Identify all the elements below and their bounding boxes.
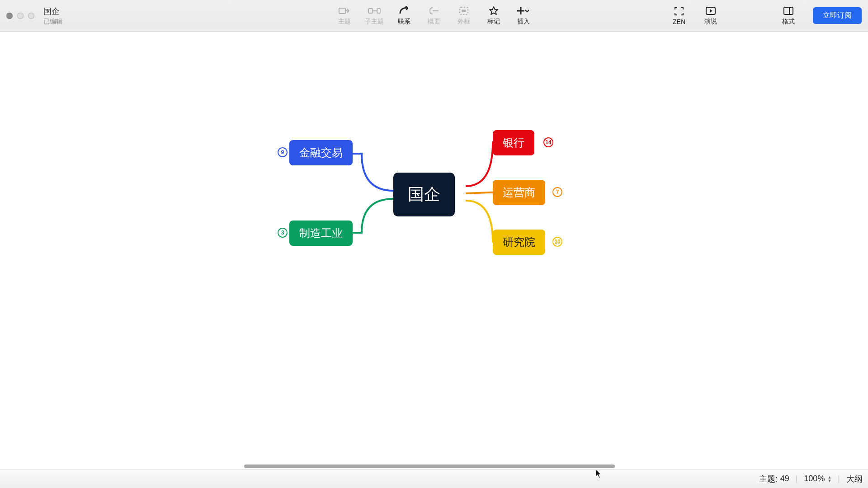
svg-rect-4 — [462, 10, 466, 12]
node-label: 银行 — [503, 136, 524, 149]
titlebar: 国企 已编辑 主题 子主题 联系 概要 — [0, 0, 868, 32]
plus-icon — [517, 6, 530, 16]
toolbar-center: 主题 子主题 联系 概要 外框 — [334, 6, 534, 26]
topic-icon — [339, 6, 350, 16]
zoom-stepper-icon[interactable]: ▲▼ — [827, 475, 831, 483]
node-center[interactable]: 国企 — [393, 173, 455, 216]
svg-rect-1 — [368, 9, 373, 13]
horizontal-scrollbar[interactable] — [0, 464, 868, 469]
subtopic-label: 子主题 — [365, 18, 384, 26]
badge-left-0[interactable]: 9 — [278, 147, 288, 157]
badge-left-1[interactable]: 3 — [278, 228, 288, 238]
document-title: 国企 — [43, 6, 62, 17]
badge-right-0[interactable]: 14 — [543, 137, 553, 147]
summary-icon — [429, 6, 439, 16]
status-topic-label: 主题: — [759, 474, 778, 484]
node-center-label: 国企 — [408, 185, 440, 203]
node-right-0[interactable]: 银行 — [493, 130, 534, 155]
boundary-icon — [459, 6, 469, 16]
minimize-icon[interactable] — [17, 13, 24, 19]
insert-button[interactable]: 插入 — [513, 6, 534, 26]
toolbar-right: ZEN 演说 格式 立即订阅 — [668, 6, 862, 26]
topic-label: 主题 — [338, 18, 351, 26]
format-label: 格式 — [782, 18, 795, 26]
node-label: 运营商 — [503, 186, 535, 198]
node-label: 金融交易 — [299, 146, 343, 159]
canvas[interactable]: 国企 金融交易 9 制造工业 3 银行 14 运营商 7 研究院 10 — [0, 32, 868, 469]
boundary-button[interactable]: 外框 — [453, 6, 475, 26]
window-controls[interactable] — [6, 13, 34, 19]
statusbar: 主题: 49 | 100% ▲▼ | 大纲 — [0, 469, 868, 488]
play-icon — [705, 6, 716, 16]
relationship-button[interactable]: 联系 — [393, 6, 415, 26]
node-right-2[interactable]: 研究院 — [493, 230, 545, 255]
node-left-0[interactable]: 金融交易 — [289, 140, 353, 165]
badge-right-1[interactable]: 7 — [552, 187, 562, 197]
relationship-icon — [399, 6, 410, 16]
marker-label: 标记 — [487, 18, 500, 26]
zen-label: ZEN — [673, 18, 685, 25]
mindmap: 国企 金融交易 9 制造工业 3 银行 14 运营商 7 研究院 10 — [280, 122, 588, 276]
present-label: 演说 — [704, 18, 717, 26]
scrollbar-thumb[interactable] — [244, 465, 615, 468]
summary-button[interactable]: 概要 — [423, 6, 445, 26]
badge-right-2[interactable]: 10 — [552, 237, 562, 247]
subscribe-button[interactable]: 立即订阅 — [813, 7, 862, 24]
node-left-1[interactable]: 制造工业 — [289, 221, 353, 246]
subtopic-button[interactable]: 子主题 — [363, 6, 385, 26]
outline-button[interactable]: 大纲 — [846, 474, 863, 484]
node-label: 研究院 — [503, 236, 535, 248]
boundary-label: 外框 — [458, 18, 470, 26]
marker-button[interactable]: 标记 — [483, 6, 505, 26]
star-icon — [489, 6, 499, 16]
format-button[interactable]: 格式 — [778, 6, 799, 26]
zoom-control[interactable]: 100% ▲▼ — [804, 474, 831, 483]
document-title-block: 国企 已编辑 — [43, 6, 62, 26]
separator: | — [838, 474, 840, 483]
status-topic-count: 49 — [780, 474, 789, 483]
node-right-1[interactable]: 运营商 — [493, 180, 545, 205]
svg-rect-6 — [784, 7, 793, 14]
present-button[interactable]: 演说 — [700, 6, 722, 26]
svg-rect-0 — [339, 8, 345, 14]
summary-label: 概要 — [428, 18, 440, 26]
subtopic-icon — [368, 6, 381, 16]
svg-rect-2 — [377, 9, 380, 13]
zoom-value: 100% — [804, 474, 825, 483]
maximize-icon[interactable] — [28, 13, 34, 19]
node-label: 制造工业 — [299, 227, 343, 239]
fullscreen-icon — [674, 6, 684, 16]
separator: | — [796, 474, 798, 483]
close-icon[interactable] — [6, 13, 13, 19]
relationship-label: 联系 — [398, 18, 410, 26]
topic-button[interactable]: 主题 — [334, 6, 355, 26]
insert-label: 插入 — [517, 18, 530, 26]
document-subtitle: 已编辑 — [43, 18, 62, 26]
zen-button[interactable]: ZEN — [668, 6, 690, 25]
panel-icon — [783, 6, 794, 16]
